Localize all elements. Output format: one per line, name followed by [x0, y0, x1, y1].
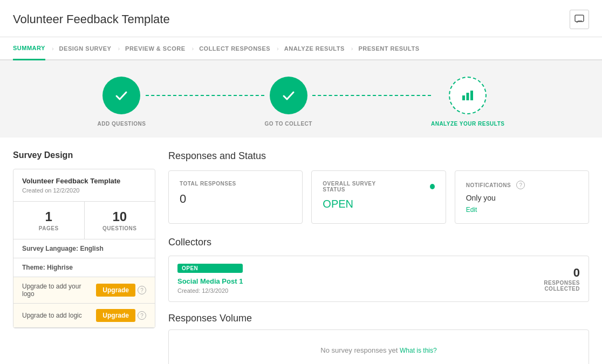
bar-chart-icon: [460, 88, 475, 103]
collector-info: OPEN Social Media Post 1 Created: 12/3/2…: [177, 264, 243, 294]
responses-status-title: Responses and Status: [168, 150, 589, 162]
total-responses-value: 0: [180, 192, 291, 206]
nav-tabs: SUMMARY › DESIGN SURVEY › PREVIEW & SCOR…: [0, 37, 602, 60]
tab-summary[interactable]: SUMMARY: [13, 37, 45, 60]
survey-stat-pages: 1 PAGES: [13, 202, 84, 239]
upgrade-logic-row: Upgrade to add logic Upgrade ?: [13, 304, 155, 328]
collectors-title: Collectors: [168, 237, 589, 248]
survey-card-name: Volunteer Feedback Template: [22, 177, 146, 185]
help-icon-notifications[interactable]: ?: [516, 181, 525, 189]
main-layout: Survey Design Volunteer Feedback Templat…: [0, 138, 602, 364]
notifications-card: NOTIFICATIONS ? Only you Edit: [455, 170, 589, 224]
notifications-edit-link[interactable]: Edit: [466, 206, 477, 214]
content-area: Responses and Status TOTAL RESPONSES 0 O…: [168, 150, 589, 364]
theme-label: Theme:: [22, 264, 45, 271]
language-value: English: [80, 245, 103, 252]
volume-empty: No survey responses yet What is this?: [168, 329, 589, 364]
svg-rect-2: [467, 93, 469, 100]
language-label: Survey Language:: [22, 245, 78, 252]
help-icon-logic[interactable]: ?: [138, 311, 146, 320]
survey-stat-questions: 10 QUESTIONS: [84, 202, 155, 239]
step-label-add-questions: ADD QUESTIONS: [98, 121, 146, 127]
svg-rect-1: [462, 95, 465, 100]
pages-number: 1: [22, 209, 76, 224]
collector-row: OPEN Social Media Post 1 Created: 12/3/2…: [168, 256, 589, 302]
tab-present-results[interactable]: PRESENT RESULTS: [358, 38, 419, 59]
status-dot: [430, 184, 435, 189]
collector-responses-num: 0: [544, 266, 580, 280]
volume-empty-text: No survey responses yet: [320, 346, 398, 354]
progress-connector-1: [146, 95, 264, 96]
nav-arrow-1: ›: [52, 45, 54, 52]
nav-arrow-5: ›: [351, 45, 353, 52]
total-responses-label: TOTAL RESPONSES: [180, 181, 291, 187]
survey-stats: 1 PAGES 10 QUESTIONS: [13, 202, 155, 239]
overall-status-card: OVERALL SURVEY STATUS OPEN: [311, 170, 446, 224]
pages-label: PAGES: [22, 225, 76, 231]
page-title: Volunteer Feedback Template: [13, 12, 170, 26]
collector-date: Created: 12/3/2020: [177, 287, 243, 294]
collector-responses-label: RESPONSESCOLLECTED: [544, 280, 580, 292]
progress-connector-2: [312, 95, 431, 96]
progress-circle-analyze: [449, 77, 487, 114]
questions-label: QUESTIONS: [93, 225, 147, 231]
upgrade-logic-text: Upgrade to add logic: [22, 312, 82, 319]
volume-what-is-this-link[interactable]: What is this?: [400, 347, 437, 354]
progress-step-add-questions: ADD QUESTIONS: [98, 77, 146, 127]
theme-value: Highrise: [47, 264, 73, 271]
questions-number: 10: [93, 209, 147, 224]
step-label-analyze: ANALYZE YOUR RESULTS: [431, 121, 505, 127]
header: Volunteer Feedback Template: [0, 0, 602, 37]
stats-row: TOTAL RESPONSES 0 OVERALL SURVEY STATUS …: [168, 170, 589, 224]
notifications-label-row: NOTIFICATIONS ?: [466, 181, 578, 189]
survey-card: Volunteer Feedback Template Created on 1…: [13, 169, 155, 328]
upgrade-logic-button[interactable]: Upgrade: [96, 309, 135, 322]
chat-icon: [574, 15, 584, 24]
collector-responses: 0 RESPONSESCOLLECTED: [544, 266, 580, 292]
survey-theme-row: Theme: Highrise: [13, 258, 155, 277]
svg-rect-0: [575, 15, 584, 22]
overall-status-value: OPEN: [323, 198, 434, 210]
survey-language-row: Survey Language: English: [13, 239, 155, 258]
nav-arrow-4: ›: [277, 45, 279, 52]
checkmark-icon-1: [113, 87, 129, 104]
tab-design-survey[interactable]: DESIGN SURVEY: [59, 38, 112, 59]
total-responses-card: TOTAL RESPONSES 0: [168, 170, 303, 224]
collector-name[interactable]: Social Media Post 1: [177, 277, 243, 285]
tab-preview-score[interactable]: PREVIEW & SCORE: [125, 38, 185, 59]
sidebar-title: Survey Design: [13, 150, 155, 160]
upgrade-logo-button[interactable]: Upgrade: [96, 284, 135, 297]
help-icon-logo[interactable]: ?: [138, 286, 146, 294]
nav-arrow-3: ›: [191, 45, 194, 52]
tab-analyze-results[interactable]: ANALYZE RESULTS: [284, 38, 345, 59]
step-label-go-to-collect: GO TO COLLECT: [264, 121, 312, 127]
volume-title: Responses Volume: [168, 313, 589, 324]
nav-arrow-2: ›: [118, 45, 120, 52]
checkmark-icon-2: [281, 87, 297, 104]
sidebar: Survey Design Volunteer Feedback Templat…: [13, 150, 155, 328]
chat-icon-button[interactable]: [570, 10, 589, 29]
overall-status-label: OVERALL SURVEY STATUS: [323, 181, 392, 193]
progress-step-analyze[interactable]: ANALYZE YOUR RESULTS: [431, 77, 505, 127]
upgrade-logo-row: Upgrade to add your logo Upgrade ?: [13, 277, 155, 304]
overall-status-label-row: OVERALL SURVEY STATUS: [323, 181, 434, 193]
progress-circle-go-to-collect: [270, 77, 307, 114]
collector-open-badge: OPEN: [177, 264, 243, 273]
survey-card-header: Volunteer Feedback Template Created on 1…: [13, 169, 155, 202]
upgrade-logo-text: Upgrade to add your logo: [22, 283, 92, 298]
survey-card-date: Created on 12/2/2020: [22, 187, 146, 194]
progress-section: ADD QUESTIONS GO TO COLLECT ANALYZE YOUR…: [0, 60, 602, 138]
progress-step-go-to-collect: GO TO COLLECT: [264, 77, 312, 127]
notifications-value: Only you: [466, 194, 578, 202]
svg-rect-3: [470, 91, 473, 100]
tab-collect-responses[interactable]: COLLECT RESPONSES: [199, 38, 270, 59]
progress-circle-add-questions: [102, 77, 140, 114]
notifications-label: NOTIFICATIONS: [466, 182, 511, 188]
